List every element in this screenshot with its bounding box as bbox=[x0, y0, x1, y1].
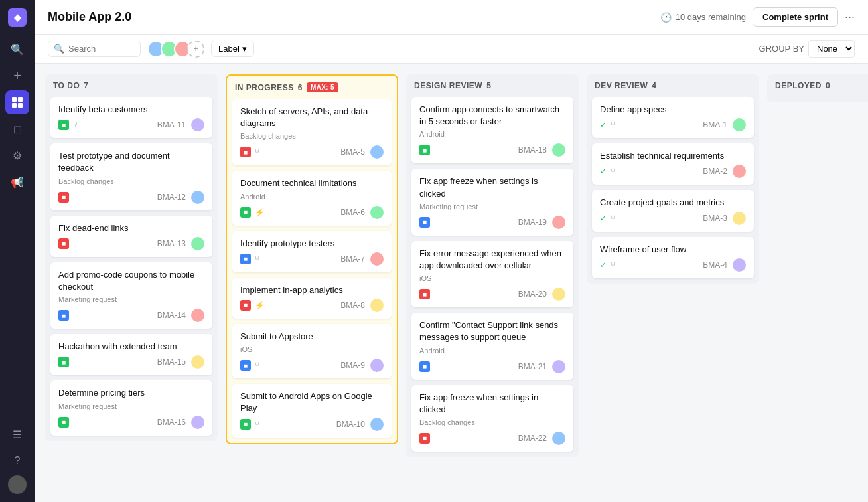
card-right: BMA-7 bbox=[340, 252, 384, 266]
sidebar-item-settings[interactable]: ⚙ bbox=[5, 143, 29, 167]
card-footer: ■⑂ BMA-9 bbox=[240, 359, 384, 372]
priority-icon: ■ bbox=[58, 192, 69, 203]
card[interactable]: Confirm app connects to smartwatch in 5 … bbox=[411, 97, 573, 163]
sidebar-item-package[interactable]: ◻ bbox=[5, 117, 29, 141]
time-remaining-text: 10 days remaining bbox=[676, 12, 746, 22]
card-footer: ■ BMA-21 bbox=[419, 360, 565, 373]
card[interactable]: Confirm "Contact Support link sends mess… bbox=[411, 313, 573, 379]
card-avatar bbox=[733, 212, 746, 225]
card[interactable]: Sketch of servers, APIs, and data diagra… bbox=[232, 99, 392, 165]
card-id: BMA-13 bbox=[157, 239, 186, 248]
column-body-deployed bbox=[767, 97, 868, 102]
max-badge: MAX: 5 bbox=[307, 82, 338, 92]
group-by-select[interactable]: None bbox=[808, 40, 855, 58]
card[interactable]: Test prototype and document feedback Bac… bbox=[50, 143, 212, 210]
board: TO DO 7 Identify beta customers ■⑂ BMA-1… bbox=[35, 64, 868, 502]
main-content: Mobile App 2.0 🕐 10 days remaining Compl… bbox=[35, 0, 868, 502]
card-title: Determine pricing tiers bbox=[58, 387, 204, 399]
card-left: ■ bbox=[58, 192, 69, 203]
column-header-todo: TO DO 7 bbox=[45, 74, 218, 97]
sidebar-item-announce[interactable]: 📢 bbox=[5, 170, 29, 194]
card-avatar bbox=[370, 145, 384, 159]
card-tag: iOS bbox=[419, 274, 565, 282]
search-box[interactable]: 🔍 bbox=[48, 41, 141, 57]
card-left: ■ bbox=[419, 289, 430, 299]
app-logo[interactable]: ◆ bbox=[8, 8, 27, 27]
priority-icon: ■ bbox=[419, 433, 430, 444]
sidebar-item-add[interactable]: + bbox=[5, 64, 29, 88]
branch-icon: ⑂ bbox=[255, 147, 259, 157]
sidebar-item-menu[interactable]: ☰ bbox=[5, 422, 29, 446]
check-icon: ✓ bbox=[600, 120, 607, 129]
priority-icon: ■ bbox=[419, 289, 430, 299]
column-body-design-review: Confirm app connects to smartwatch in 5 … bbox=[406, 97, 579, 457]
card[interactable]: Add promo-code coupons to mobile checkou… bbox=[50, 262, 212, 329]
card-id: BMA-18 bbox=[518, 145, 547, 155]
sidebar-item-board[interactable] bbox=[5, 90, 29, 114]
branch-icon: ⑂ bbox=[255, 361, 259, 370]
sidebar-item-search[interactable]: 🔍 bbox=[5, 37, 29, 61]
card-avatar bbox=[370, 418, 384, 431]
card[interactable]: Identify prototype testers ■⑂ BMA-7 bbox=[232, 231, 392, 272]
branch-icon: ⑂ bbox=[611, 120, 615, 129]
card[interactable]: Fix dead-end links ■ BMA-13 bbox=[50, 216, 212, 257]
card-left: ■ bbox=[58, 238, 69, 249]
column-count-design-review: 5 bbox=[486, 81, 491, 90]
card[interactable]: Hackathon with extended team ■ BMA-15 bbox=[50, 334, 212, 375]
user-avatar[interactable] bbox=[8, 475, 27, 494]
check-icon: ✓ bbox=[600, 167, 607, 176]
card-right: BMA-15 bbox=[157, 355, 204, 369]
lightning-icon: ⚡ bbox=[255, 301, 265, 310]
card-title: Confirm app connects to smartwatch in 5 … bbox=[419, 104, 565, 127]
card-id: BMA-4 bbox=[703, 260, 727, 270]
card-avatar bbox=[370, 359, 384, 372]
card[interactable]: Submit to Android Apps on Google Play ■⑂… bbox=[232, 384, 392, 437]
card-avatar bbox=[733, 165, 746, 178]
card-right: BMA-16 bbox=[157, 416, 204, 429]
card-id: BMA-2 bbox=[703, 167, 727, 176]
search-input[interactable] bbox=[68, 44, 135, 54]
card-title: Fix error message experienced when app d… bbox=[419, 248, 565, 272]
sidebar-item-help[interactable]: ? bbox=[5, 449, 29, 473]
card[interactable]: Document technical limitations Android ■… bbox=[232, 171, 392, 225]
card-avatar bbox=[552, 143, 565, 157]
card[interactable]: Determine pricing tiers Marketing reques… bbox=[50, 380, 212, 435]
card-left: ✓ ⑂ bbox=[600, 214, 615, 223]
card-left: ■ bbox=[58, 417, 69, 428]
card[interactable]: Wireframe of user flow ✓ ⑂ BMA-4 bbox=[592, 237, 754, 278]
label-filter-button[interactable]: Label ▾ bbox=[211, 41, 254, 57]
card-id: BMA-14 bbox=[157, 311, 186, 320]
card[interactable]: Define app specs ✓ ⑂ BMA-1 bbox=[592, 97, 754, 138]
card[interactable]: Fix app freeze when settings is clicked … bbox=[411, 169, 573, 235]
card[interactable]: Identify beta customers ■⑂ BMA-11 bbox=[50, 97, 212, 138]
group-by-label: GROUP BY bbox=[759, 44, 804, 54]
card-left: ■⑂ bbox=[240, 147, 259, 157]
card[interactable]: Submit to Appstore iOS ■⑂ BMA-9 bbox=[232, 324, 392, 378]
time-remaining: 🕐 10 days remaining bbox=[660, 12, 746, 23]
card-id: BMA-5 bbox=[340, 147, 365, 157]
card-right: BMA-3 bbox=[703, 212, 746, 225]
card-footer: ■ BMA-12 bbox=[58, 191, 204, 204]
priority-icon: ■ bbox=[58, 417, 69, 428]
card[interactable]: Fix error message experienced when app d… bbox=[411, 241, 573, 307]
card-title: Implement in-app analytics bbox=[240, 284, 384, 296]
svg-rect-2 bbox=[12, 103, 17, 108]
card[interactable]: Fix app freeze when settings in clicked … bbox=[411, 385, 573, 452]
card-left: ✓ ⑂ bbox=[600, 120, 615, 129]
more-options-button[interactable]: ··· bbox=[845, 10, 855, 24]
card[interactable]: Create project goals and metrics ✓ ⑂ BMA… bbox=[592, 190, 754, 231]
card-footer: ■ BMA-18 bbox=[419, 143, 565, 157]
priority-icon: ■ bbox=[419, 217, 430, 228]
card[interactable]: Establish technical requirements ✓ ⑂ BMA… bbox=[592, 143, 754, 185]
complete-sprint-button[interactable]: Complete sprint bbox=[753, 7, 838, 27]
column-body-todo: Identify beta customers ■⑂ BMA-11 Test p… bbox=[45, 97, 218, 441]
card-footer: ■⚡ BMA-8 bbox=[240, 299, 384, 312]
card-title: Fix dead-end links bbox=[58, 222, 204, 234]
priority-icon: ■ bbox=[240, 300, 251, 311]
card-title: Identify prototype testers bbox=[240, 238, 384, 250]
avatar-add-button[interactable]: + bbox=[187, 41, 204, 58]
card[interactable]: Implement in-app analytics ■⚡ BMA-8 bbox=[232, 278, 392, 319]
card-left: ■⑂ bbox=[240, 254, 259, 264]
card-footer: ■ BMA-15 bbox=[58, 355, 204, 369]
card-left: ■⑂ bbox=[240, 419, 259, 430]
